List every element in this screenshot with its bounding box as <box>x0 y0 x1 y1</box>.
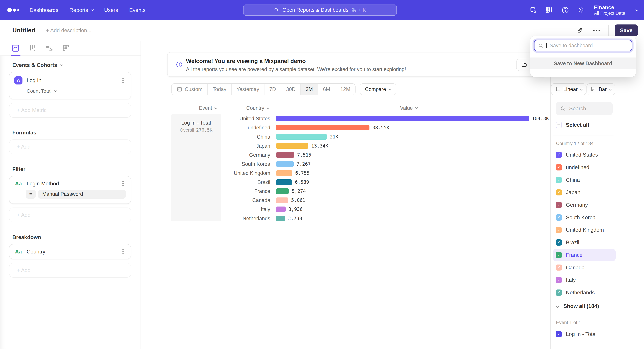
metric-kebab-menu[interactable] <box>120 80 126 81</box>
bar-segment[interactable] <box>276 197 288 203</box>
mixpanel-logo-icon[interactable] <box>8 8 19 12</box>
legend-search[interactable] <box>556 102 613 115</box>
date-range-30d[interactable]: 30D <box>281 84 301 95</box>
nav-dashboards[interactable]: Dashboards <box>30 7 58 13</box>
checkbox[interactable]: ✓ <box>556 164 562 170</box>
add-metric-button[interactable]: + Add Metric <box>9 103 131 118</box>
checkbox[interactable]: ✓ <box>556 177 562 183</box>
bar-segment[interactable] <box>276 125 370 130</box>
checkbox[interactable]: ✓ <box>556 290 562 296</box>
country-filter-item[interactable]: ✓undefined <box>553 161 616 174</box>
project-switcher[interactable]: Finance All Project Data <box>594 4 625 16</box>
event-legend-item[interactable]: ✓ Log In - Total <box>556 328 597 340</box>
bar-segment[interactable] <box>276 143 308 149</box>
checkbox[interactable]: ✓ <box>556 239 562 246</box>
country-filter-item[interactable]: ✓United States <box>553 149 616 161</box>
country-filter-label: South Korea <box>566 214 596 221</box>
filter-property-name[interactable]: Login Method <box>27 181 116 187</box>
country-filter-item[interactable]: ✓Brazil <box>553 236 616 249</box>
events-cohorts-heading[interactable]: Events & Cohorts <box>12 62 131 68</box>
event-column-header[interactable]: Event <box>199 105 217 111</box>
bar-segment[interactable] <box>276 116 529 121</box>
date-range-12m[interactable]: 12M <box>336 84 355 95</box>
tab-retention[interactable] <box>61 42 71 54</box>
compare-button[interactable]: Compare <box>360 83 396 95</box>
bar-segment[interactable] <box>276 179 292 185</box>
tab-flows[interactable] <box>44 42 54 54</box>
chart-row: Japan13.34K <box>141 141 550 150</box>
bar-value-label: 6,589 <box>295 179 309 185</box>
select-all-toggle[interactable]: Select all <box>556 122 589 128</box>
country-filter-item[interactable]: ✓Netherlands <box>553 286 616 299</box>
indeterminate-checkbox[interactable] <box>556 122 562 128</box>
add-filter-button[interactable]: + Add <box>9 208 131 222</box>
bar-segment[interactable] <box>276 207 286 212</box>
breakdown-card[interactable]: Aa Country <box>9 244 131 259</box>
date-range-6m[interactable]: 6M <box>318 84 336 95</box>
date-range-yesterday[interactable]: Yesterday <box>232 84 264 95</box>
global-search[interactable]: Open Reports & Dashboards ⌘ + K <box>243 4 397 15</box>
checkbox[interactable]: ✓ <box>556 152 562 158</box>
copy-link-icon[interactable] <box>574 25 586 36</box>
bar-segment[interactable] <box>276 170 292 176</box>
save-dashboard-input[interactable]: Save to dashboard... <box>534 40 632 51</box>
country-filter-label: Netherlands <box>566 290 595 296</box>
country-filter-item[interactable]: ✓Japan <box>553 186 616 199</box>
save-button[interactable]: Save <box>615 24 638 36</box>
more-options-button[interactable] <box>593 30 600 31</box>
country-column-header[interactable]: Country <box>246 105 269 111</box>
add-breakdown-button[interactable]: + Add <box>9 263 131 278</box>
checkbox[interactable]: ✓ <box>556 331 562 337</box>
show-all-button[interactable]: Show all (184) <box>553 301 599 312</box>
checkbox[interactable]: ✓ <box>556 202 562 208</box>
add-formula-button[interactable]: + Add <box>9 139 131 154</box>
country-filter-item[interactable]: ✓South Korea <box>553 211 616 224</box>
date-range-3m[interactable]: 3M <box>301 84 318 95</box>
filter-kebab-menu[interactable] <box>120 183 126 184</box>
tab-funnels[interactable] <box>28 42 38 54</box>
nav-events[interactable]: Events <box>129 7 146 13</box>
metric-card[interactable]: A Log In Count Total <box>9 72 131 99</box>
checkbox[interactable]: ✓ <box>556 277 562 283</box>
chart-type-selector[interactable]: Bar <box>586 83 615 95</box>
data-management-icon[interactable] <box>529 6 537 14</box>
bar-segment[interactable] <box>276 161 294 167</box>
nav-reports[interactable]: Reports <box>70 7 93 13</box>
settings-gear-icon[interactable] <box>577 6 585 14</box>
value-column-header[interactable]: Value <box>400 105 417 111</box>
country-filter-item[interactable]: ✓United Kingdom <box>553 224 616 236</box>
filter-operator[interactable]: = <box>26 190 36 199</box>
filter-card[interactable]: Aa Login Method = Manual Password <box>9 176 131 204</box>
scale-selector[interactable]: Linear <box>551 83 586 95</box>
save-to-new-dashboard-button[interactable]: Save to New Dashboard <box>530 57 636 69</box>
bar-segment[interactable] <box>276 188 289 194</box>
country-filter-item[interactable]: ✓France <box>553 249 616 261</box>
nav-users[interactable]: Users <box>104 7 118 13</box>
report-title[interactable]: Untitled <box>12 27 35 34</box>
checkbox[interactable]: ✓ <box>556 265 562 271</box>
bar-segment[interactable] <box>276 134 327 140</box>
checkbox[interactable]: ✓ <box>556 189 562 196</box>
filter-value[interactable]: Manual Password <box>38 190 126 199</box>
date-range-7d[interactable]: 7D <box>264 84 281 95</box>
checkbox[interactable]: ✓ <box>556 227 562 233</box>
tab-insights[interactable] <box>11 42 21 54</box>
country-filter-item[interactable]: ✓Italy <box>553 274 616 286</box>
help-icon[interactable] <box>561 6 569 14</box>
bar-segment[interactable] <box>276 216 285 221</box>
report-description-placeholder[interactable]: + Add description... <box>46 27 92 33</box>
legend-search-input[interactable] <box>569 105 606 112</box>
aggregation-selector[interactable]: Count Total <box>27 88 126 94</box>
bar-segment[interactable] <box>276 152 294 158</box>
date-range-custom[interactable]: Custom <box>172 84 208 95</box>
country-filter-item[interactable]: ✓China <box>553 174 616 186</box>
country-filter-item[interactable]: ✓Germany <box>553 199 616 211</box>
breakdown-property-name[interactable]: Country <box>27 249 116 255</box>
date-range-today[interactable]: Today <box>208 84 232 95</box>
metric-event-name[interactable]: Log In <box>27 77 116 83</box>
breakdown-kebab-menu[interactable] <box>120 251 126 252</box>
apps-grid-icon[interactable] <box>545 6 554 14</box>
checkbox[interactable]: ✓ <box>556 214 562 221</box>
checkbox[interactable]: ✓ <box>556 252 562 258</box>
country-filter-item[interactable]: ✓Canada <box>553 261 616 274</box>
